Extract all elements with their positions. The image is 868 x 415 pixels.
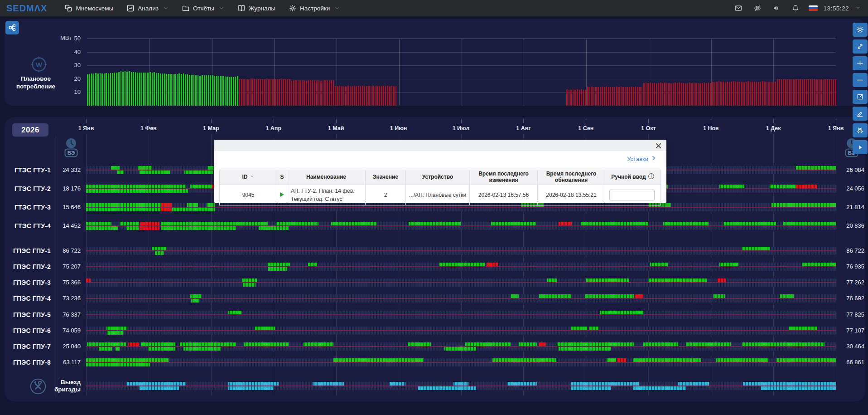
gantt-segment (86, 203, 161, 207)
gantt-segment (633, 358, 701, 362)
gantt-segment (138, 166, 152, 170)
plan-bar (787, 79, 789, 106)
row-9-tracks[interactable] (86, 311, 836, 319)
plan-bar (308, 80, 309, 106)
plan-bar (237, 76, 238, 106)
sound-icon[interactable] (767, 0, 786, 16)
resize-button[interactable] (853, 39, 868, 54)
menu-item-journals[interactable]: Журналы (231, 0, 282, 16)
year-badge[interactable]: 2026 (12, 123, 48, 137)
plan-bar (250, 79, 251, 106)
gridline-month (462, 39, 462, 106)
plan-consumption-chart[interactable] (87, 39, 836, 106)
plan-bar (341, 86, 342, 106)
row-5-tracks[interactable] (86, 247, 836, 255)
plan-bar (222, 76, 224, 106)
plan-bar (637, 87, 638, 106)
row-left-value: 63 117 (53, 358, 81, 366)
menu-item-mnemoschemes[interactable]: Мнемосхемы (58, 0, 120, 16)
menu-item-analysis[interactable]: Анализ (120, 0, 175, 16)
plan-bar (719, 81, 720, 106)
plan-bar (212, 75, 213, 106)
row-4-tracks[interactable] (86, 222, 836, 230)
eye-off-icon[interactable] (748, 0, 767, 16)
plan-bar (812, 79, 814, 106)
plan-bar (306, 81, 307, 106)
plan-bar (573, 89, 574, 106)
plan-bar (114, 73, 116, 106)
month-label: 1 Янв (817, 125, 855, 132)
plan-bar (97, 73, 99, 106)
column-header-Наименование: Наименование (287, 170, 366, 185)
zoom-in-button[interactable] (853, 56, 868, 70)
plan-bar (608, 87, 609, 106)
plan-bar (741, 82, 743, 106)
plan-bar (383, 86, 384, 106)
track-divider (86, 298, 836, 299)
plan-bar (622, 87, 624, 106)
hierarchy-tree-button[interactable] (5, 21, 19, 34)
gantt-segment (152, 247, 166, 250)
plan-bar (681, 83, 682, 106)
gantt-segment (770, 185, 796, 188)
plan-bar (723, 82, 724, 106)
bell-icon[interactable] (786, 0, 805, 16)
plan-bar (833, 79, 834, 106)
play-button[interactable] (853, 140, 868, 154)
table-row[interactable]: 9045АП. ГТУ-2. План. 14 фев. Текущий год… (220, 185, 661, 205)
row-12-tracks[interactable] (86, 358, 836, 366)
crew-row-tracks[interactable] (86, 382, 836, 390)
plan-bar (831, 79, 832, 106)
gantt-segment (184, 171, 213, 174)
sliders-button[interactable] (853, 123, 868, 137)
info-icon[interactable] (648, 173, 655, 181)
plan-bar (316, 80, 318, 106)
plan-bar (372, 86, 374, 106)
row-11-tracks[interactable] (86, 342, 836, 351)
gantt-segment (228, 382, 279, 386)
ve-clock-badge-icon[interactable]: ВЭ (63, 137, 79, 158)
row-7-tracks[interactable] (86, 278, 836, 287)
setpoints-link[interactable]: Уставки (627, 155, 656, 162)
row-8-tracks[interactable] (86, 294, 836, 303)
close-icon[interactable] (654, 141, 663, 150)
plan-bar (241, 79, 242, 106)
gantt-segment (633, 386, 686, 390)
gantt-segment (507, 382, 537, 386)
plan-bar (702, 83, 703, 106)
row-6-tracks[interactable] (86, 263, 836, 271)
plan-bar (798, 79, 799, 106)
gantt-segment (789, 327, 817, 330)
track-divider (86, 362, 836, 363)
gear-button[interactable] (853, 23, 868, 37)
manual-input-field[interactable] (609, 190, 655, 200)
gantt-segment (141, 342, 175, 346)
gantt-segment (140, 222, 159, 225)
plan-bar (595, 87, 597, 106)
month-tick (274, 119, 274, 123)
gantt-track (86, 226, 836, 230)
mail-icon[interactable] (729, 0, 748, 16)
plan-bar (746, 82, 747, 106)
row-10-tracks[interactable] (86, 327, 836, 335)
plan-bar (752, 82, 753, 106)
flag-ru-icon[interactable] (809, 5, 818, 11)
column-header-ID[interactable]: ID (220, 170, 277, 185)
zoom-out-button[interactable] (853, 73, 868, 87)
month-tick (773, 119, 774, 123)
plan-bar (158, 73, 159, 106)
sort-icon[interactable] (250, 174, 255, 181)
user-menu-chevron-icon[interactable] (855, 4, 861, 12)
plan-bar (381, 86, 382, 106)
gantt-track (86, 267, 836, 271)
y-tick-label: 20 (65, 75, 81, 82)
edit-button[interactable] (853, 107, 868, 121)
menu-item-settings[interactable]: Настройки (282, 0, 347, 16)
column-header-label: Время последнего изменения (472, 171, 535, 184)
export-button[interactable] (853, 90, 868, 104)
plan-bar (727, 82, 728, 106)
plan-consumption-panel: W Плановое потребление МВт 1020304050 (5, 19, 865, 106)
plan-bar (352, 86, 353, 106)
menu-item-reports[interactable]: Отчёты (175, 0, 231, 16)
plan-bar (660, 83, 661, 106)
